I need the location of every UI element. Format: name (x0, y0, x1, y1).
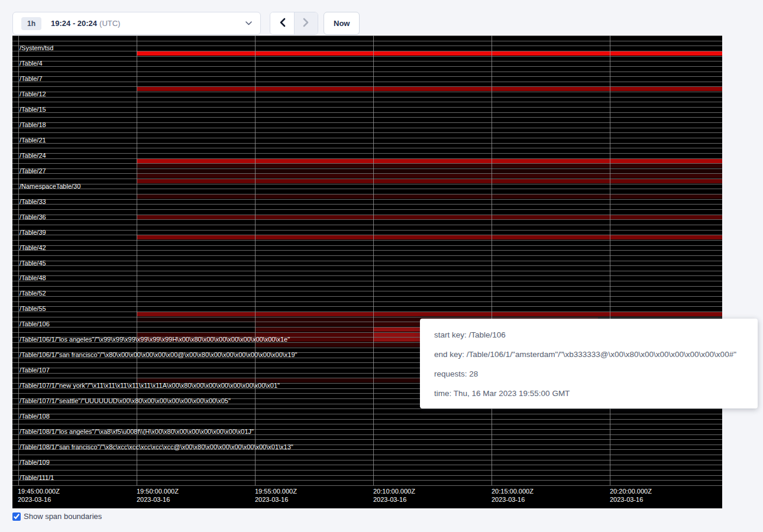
prev-range-button[interactable] (270, 12, 294, 34)
span-boundary-line (12, 158, 722, 159)
time-gridline (610, 35, 610, 485)
tooltip-start-key: start key: /Table/106 (434, 325, 743, 345)
span-label: /Table/52 (20, 290, 46, 297)
span-label: /System/tsd (20, 45, 53, 51)
span-boundary-line (12, 460, 722, 460)
span-boundary-line (12, 408, 722, 409)
heatmap-bar[interactable] (137, 164, 722, 168)
span-boundary-line (12, 168, 722, 169)
span-boundary-line (12, 66, 722, 67)
span-boundary-line (12, 306, 722, 307)
span-boundary-line (12, 82, 722, 82)
span-label: /Table/106/1/"los angeles"/"\x99\x99\x99… (20, 336, 290, 343)
heatmap-bar[interactable] (255, 327, 373, 332)
span-label: /Table/12 (20, 91, 46, 98)
span-boundary-line (12, 143, 722, 144)
range-text: 19:24 - 20:24 (51, 19, 97, 28)
tooltip-time: time: Thu, 16 Mar 2023 19:55:00 GMT (434, 384, 743, 403)
span-boundary-line (12, 132, 722, 133)
span-label: /Table/18 (20, 122, 46, 128)
tooltip-end-key: end key: /Table/106/1/"amsterdam"/"\xb33… (434, 345, 743, 364)
span-boundary-line (12, 76, 722, 77)
time-range-selector[interactable]: 1h 19:24 - 20:24 (UTC) (12, 12, 261, 35)
heatmap-bar[interactable] (137, 235, 722, 239)
span-boundary-line (12, 97, 722, 98)
now-button[interactable]: Now (324, 12, 360, 35)
show-span-boundaries-checkbox[interactable] (12, 512, 21, 521)
span-label: /Table/107/1/"seattle"/"UUUUUUD\x00\x80\… (20, 398, 231, 404)
span-boundary-line (12, 122, 722, 123)
heatmap-bar[interactable] (255, 322, 373, 326)
span-boundary-line (12, 245, 722, 246)
heatmap-bar[interactable] (137, 174, 722, 178)
time-gridline (373, 35, 374, 485)
span-label: /Table/21 (20, 137, 46, 144)
span-label: /Table/15 (20, 106, 46, 113)
span-label: /Table/39 (20, 229, 46, 236)
span-boundary-line (12, 72, 722, 72)
heatmap-bar[interactable] (137, 312, 722, 316)
span-label: /Table/55 (20, 306, 46, 312)
heatmap-bar[interactable] (137, 159, 722, 163)
span-label: /Table/107/1/"new york"/"\x11\x11\x11\x1… (20, 382, 280, 389)
span-boundary-line (12, 86, 722, 87)
tooltip-requests: requests: 28 (434, 364, 743, 384)
axis-tick-label: 19:45:00.000Z2023-03-16 (18, 487, 60, 504)
key-visualizer-heatmap[interactable]: /System/tsd/Table/4/Table/7/Table/12/Tab… (12, 35, 722, 508)
heatmap-bar[interactable] (137, 87, 722, 91)
span-boundary-line (12, 107, 722, 108)
time-gridline (18, 35, 19, 485)
next-range-button[interactable] (294, 12, 318, 34)
axis-tick-time: 19:45:00.000Z (18, 487, 60, 495)
span-label: /Table/4 (20, 60, 43, 67)
span-boundary-line (12, 112, 722, 113)
span-label: /Table/24 (20, 153, 46, 159)
span-boundary-line (12, 291, 722, 291)
heatmap-bar[interactable] (137, 215, 722, 219)
show-span-boundaries[interactable]: Show span boundaries (12, 512, 102, 521)
range-nav-group (270, 12, 318, 35)
span-label: /Table/106 (20, 321, 50, 327)
span-boundary-line (12, 485, 722, 486)
show-span-boundaries-label: Show span boundaries (24, 512, 102, 521)
span-boundary-line (12, 35, 722, 36)
heatmap-bar[interactable] (137, 194, 722, 199)
span-boundary-line (12, 455, 722, 455)
span-boundary-line (12, 281, 722, 281)
span-boundary-line (12, 296, 722, 297)
span-label: /Table/106/1/"san francisco"/"\x80\x00\x… (20, 352, 298, 358)
axis-tick-date: 2023-03-16 (137, 495, 179, 504)
span-boundary-line (12, 204, 722, 205)
span-boundary-line (12, 240, 722, 241)
span-label: /Table/109 (20, 459, 50, 466)
span-boundary-line (12, 225, 722, 225)
axis-tick-date: 2023-03-16 (373, 495, 415, 504)
span-label: /Table/108/1/"san francisco"/"\x8c\xcc\x… (20, 444, 293, 450)
span-boundary-line (12, 465, 722, 465)
axis-tick-time: 19:55:00.000Z (255, 487, 297, 495)
time-gridline (255, 35, 256, 485)
time-gridline (137, 35, 137, 485)
heatmap-bar[interactable] (137, 179, 722, 183)
span-boundary-line (12, 199, 722, 200)
span-boundary-line (12, 41, 722, 41)
span-boundary-line (12, 286, 722, 287)
span-boundary-line (12, 46, 722, 46)
heatmap-bar[interactable] (137, 51, 722, 56)
span-boundary-line (12, 275, 722, 276)
range-duration-badge: 1h (21, 17, 41, 30)
span-boundary-line (12, 439, 722, 440)
span-boundary-line (12, 173, 722, 174)
span-boundary-line (12, 317, 722, 317)
span-label: /Table/111/1 (20, 475, 54, 481)
span-label: /Table/108 (20, 413, 50, 420)
span-boundary-line (12, 51, 722, 51)
span-label: /Table/107 (20, 367, 50, 374)
span-label: /NamespaceTable/30 (20, 183, 80, 190)
heatmap-bar[interactable] (137, 317, 255, 322)
span-label: /Table/48 (20, 275, 46, 281)
span-boundary-line (12, 189, 722, 189)
span-boundary-line (12, 312, 722, 312)
span-boundary-line (12, 184, 722, 184)
heatmap-bar[interactable] (137, 169, 722, 173)
